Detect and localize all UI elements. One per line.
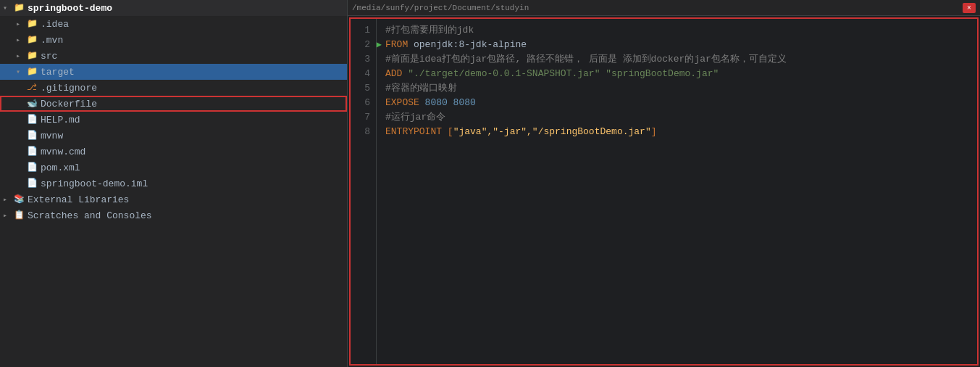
code-segment: "java",: [453, 126, 493, 137]
sidebar-item-idea[interactable]: ▸📁.idea: [0, 16, 347, 32]
tree-label-gitignore: .gitignore: [41, 83, 97, 94]
tree-arrow-springboot-demo[interactable]: ▾: [3, 4, 13, 12]
tree-label-mvnw: mvnw: [41, 131, 63, 141]
line-number-2: 2▶: [351, 38, 370, 52]
code-segment: "-jar",: [493, 126, 532, 137]
code-segment: ]: [651, 126, 657, 137]
iml-file-icon: 📄: [26, 178, 38, 189]
sidebar-item-iml[interactable]: 📄springboot-demo.iml: [0, 176, 347, 191]
tree-arrow-external-libs[interactable]: ▸: [3, 195, 13, 204]
line-number-4: 4: [351, 67, 370, 81]
line-number-1: 1: [351, 23, 370, 38]
line-number-7: 7: [351, 110, 370, 125]
file-tree: ▾📁springboot-demo▸📁.idea▸📁.mvn▸📁src▾📁tar…: [0, 0, 348, 367]
sidebar-item-dockerfile[interactable]: 🐋Dockerfile: [0, 96, 347, 112]
dockerfile-icon: 🐋: [26, 98, 38, 110]
code-segment: #运行jar命令: [385, 112, 445, 123]
code-segment: openjdk:8-jdk-alpine: [414, 39, 527, 50]
code-segment: #打包需要用到的jdk: [385, 25, 474, 36]
tree-arrow-src[interactable]: ▸: [16, 51, 26, 60]
mvnw-file-icon: 📄: [26, 130, 38, 141]
xml-file-icon: 📄: [26, 162, 38, 173]
line-number-6: 6: [351, 96, 370, 110]
tree-label-iml: springboot-demo.iml: [41, 178, 148, 189]
close-button[interactable]: ×: [963, 3, 976, 13]
tree-label-idea: .idea: [41, 19, 69, 30]
tree-label-mvn: .mvn: [41, 35, 63, 46]
idea-folder-icon: 📁: [26, 18, 38, 30]
sidebar-item-springboot-demo[interactable]: ▾📁springboot-demo: [0, 0, 347, 16]
tree-label-src: src: [41, 51, 57, 62]
code-segment: FROM: [385, 39, 414, 50]
tree-label-dockerfile: Dockerfile: [41, 99, 97, 110]
sidebar-item-pomxml[interactable]: 📄pom.xml: [0, 160, 347, 176]
libs-icon: 📚: [13, 194, 25, 205]
scratches-icon: 📋: [13, 210, 25, 221]
sidebar-item-mvnw[interactable]: 📄mvnw: [0, 128, 347, 144]
tree-label-springboot-demo: springboot-demo: [28, 3, 112, 14]
code-line-6: EXPOSE 8080 8080: [385, 96, 968, 110]
code-segment: [: [448, 126, 453, 137]
code-line-5: #容器的端口映射: [385, 81, 968, 96]
code-line-7: #运行jar命令: [385, 110, 968, 125]
tree-arrow-idea[interactable]: ▸: [16, 20, 26, 28]
sidebar-item-gitignore[interactable]: ⎇.gitignore: [0, 80, 347, 96]
code-content[interactable]: #打包需要用到的jdkFROM openjdk:8-jdk-alpine#前面是…: [377, 19, 977, 364]
tree-label-external-libs: External Libraries: [28, 194, 129, 205]
code-segment: "./target/demo-0.0.1-SNAPSHOT.jar" "spri…: [408, 68, 719, 79]
code-line-8: ENTRYPOINT ["java","-jar","/springBootDe…: [385, 125, 968, 139]
cmd-file-icon: 📄: [26, 146, 38, 157]
tree-arrow-mvn[interactable]: ▸: [16, 36, 26, 44]
code-editor: /media/sunfy/project/Document/studyin × …: [348, 0, 980, 367]
tree-label-scratches: Scratches and Consoles: [28, 210, 152, 221]
editor-content-area: 12▶345678 #打包需要用到的jdkFROM openjdk:8-jdk-…: [349, 17, 979, 366]
sidebar-item-help-md[interactable]: 📄HELP.md: [0, 112, 347, 128]
sidebar-item-src[interactable]: ▸📁src: [0, 48, 347, 64]
folder-icon: 📁: [26, 50, 38, 62]
code-segment: EXPOSE: [385, 97, 425, 108]
tree-arrow-scratches[interactable]: ▸: [3, 211, 13, 220]
code-segment: 8080 8080: [425, 97, 476, 108]
line-number-5: 5: [351, 81, 370, 96]
code-segment: #前面是idea打包的jar包路径, 路径不能错， 后面是 添加到docker的…: [385, 54, 787, 65]
code-segment: ADD: [385, 68, 408, 79]
code-line-1: #打包需要用到的jdk: [385, 23, 968, 38]
line-number-3: 3: [351, 52, 370, 67]
run-icon-2[interactable]: ▶: [377, 38, 382, 52]
code-line-3: #前面是idea打包的jar包路径, 路径不能错， 后面是 添加到docker的…: [385, 52, 968, 67]
sidebar-item-scratches[interactable]: ▸📋Scratches and Consoles: [0, 207, 347, 223]
code-segment: #容器的端口映射: [385, 83, 457, 94]
tree-label-pomxml: pom.xml: [41, 162, 80, 173]
folder-icon: 📁: [26, 34, 38, 46]
tree-label-mvnwcmd: mvnw.cmd: [41, 147, 85, 157]
sidebar-item-mvn[interactable]: ▸📁.mvn: [0, 32, 347, 48]
sidebar-item-mvnwcmd[interactable]: 📄mvnw.cmd: [0, 144, 347, 160]
line-numbers: 12▶345678: [351, 19, 377, 364]
md-file-icon: 📄: [26, 114, 38, 125]
code-line-4: ADD "./target/demo-0.0.1-SNAPSHOT.jar" "…: [385, 67, 968, 81]
code-line-2: FROM openjdk:8-jdk-alpine: [385, 38, 968, 52]
tree-arrow-target[interactable]: ▾: [16, 67, 26, 76]
root-folder-icon: 📁: [13, 2, 25, 14]
sidebar-item-target[interactable]: ▾📁target: [0, 64, 347, 80]
target-folder-icon: 📁: [26, 66, 38, 78]
sidebar-item-external-libs[interactable]: ▸📚External Libraries: [0, 191, 347, 207]
tree-label-help-md: HELP.md: [41, 115, 80, 125]
line-number-8: 8: [351, 125, 370, 139]
code-segment: ENTRYPOINT: [385, 126, 448, 137]
git-file-icon: ⎇: [26, 82, 38, 94]
breadcrumb: /media/sunfy/project/Document/studyin: [352, 4, 529, 12]
tree-label-target: target: [41, 67, 75, 78]
code-segment: "/springBootDemo.jar": [532, 126, 651, 137]
